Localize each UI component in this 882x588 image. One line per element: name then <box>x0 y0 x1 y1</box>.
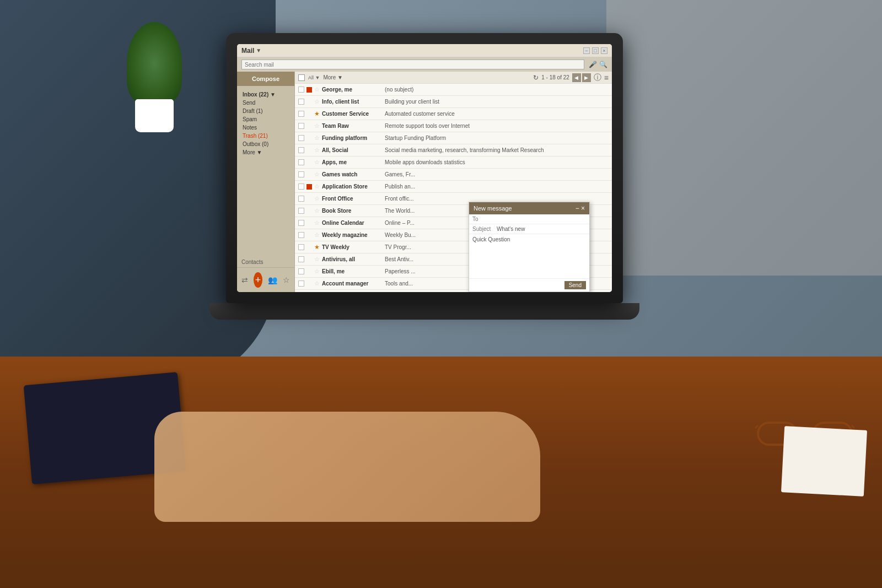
email-subject: Games, Fr... <box>385 171 609 177</box>
compose-button[interactable]: Compose <box>237 72 294 86</box>
email-sender: Funding platform <box>322 135 383 141</box>
email-row[interactable]: ☆ Team Raw Remote support tools over Int… <box>295 120 612 132</box>
email-checkbox[interactable] <box>298 280 304 287</box>
email-checkbox[interactable] <box>298 171 304 177</box>
menu-icon[interactable]: ≡ <box>604 73 609 82</box>
laptop-base <box>209 303 639 320</box>
email-checkbox[interactable] <box>298 196 304 202</box>
main-content: All ▼ More ▼ ↻ 1 - 18 of 22 ◀ ▶ ⓘ <box>295 72 612 292</box>
email-row[interactable]: ☆ Funding platform Startup Funding Platf… <box>295 132 612 144</box>
email-checkbox[interactable] <box>298 268 304 274</box>
popup-subject-field[interactable]: Subject What's new <box>469 224 589 234</box>
email-important-flag <box>306 87 312 93</box>
email-checkbox[interactable] <box>298 99 304 105</box>
email-star[interactable]: ☆ <box>314 86 320 93</box>
email-checkbox[interactable] <box>298 256 304 262</box>
email-star[interactable]: ☆ <box>314 98 320 105</box>
email-checkbox[interactable] <box>298 244 304 250</box>
email-sender: Online Calendar <box>322 220 383 226</box>
sidebar-item-notes[interactable]: Notes <box>240 123 292 132</box>
sidebar-star-icon[interactable]: ☆ <box>283 276 290 284</box>
email-star[interactable]: ☆ <box>314 256 320 263</box>
title-dropdown[interactable]: ▼ <box>256 47 261 53</box>
sidebar-item-draft[interactable]: Draft (1) <box>240 107 292 115</box>
email-checkbox[interactable] <box>298 123 304 129</box>
email-star[interactable]: ☆ <box>314 268 320 275</box>
sidebar-item-trash[interactable]: Trash (21) <box>240 132 292 140</box>
nav-arrows: ◀ ▶ <box>572 73 591 82</box>
email-star[interactable]: ☆ <box>314 159 320 166</box>
refresh-icon[interactable]: ↻ <box>533 74 539 82</box>
email-star[interactable]: ☆ <box>314 219 320 226</box>
prev-page-button[interactable]: ◀ <box>572 73 581 82</box>
email-checkbox[interactable] <box>298 159 304 165</box>
sidebar-item-more[interactable]: More ▼ <box>240 148 292 157</box>
popup-body[interactable]: Quick Question <box>469 234 589 278</box>
sidebar-people-icon[interactable]: 👥 <box>268 276 277 284</box>
email-row[interactable]: ☆ Apps, me Mobile apps downloads statist… <box>295 157 612 169</box>
email-star[interactable]: ☆ <box>314 171 320 178</box>
all-dropdown[interactable]: All ▼ <box>308 75 320 80</box>
email-sender: Weekly magazine <box>322 232 383 238</box>
compose-fab-button[interactable]: + <box>254 272 262 288</box>
email-subject: Publish an... <box>385 184 609 190</box>
title-bar: Mail ▼ − □ × <box>237 44 612 57</box>
email-star[interactable]: ☆ <box>314 183 320 190</box>
email-checkbox[interactable] <box>298 135 304 141</box>
email-row[interactable]: ☆ Application Store Publish an... <box>295 181 612 193</box>
sidebar-actions: ⇄ + 👥 ☆ <box>237 267 294 292</box>
email-star[interactable]: ☆ <box>314 122 320 130</box>
popup-close-button[interactable]: − × <box>576 204 585 212</box>
next-page-button[interactable]: ▶ <box>582 73 591 82</box>
email-star[interactable]: ★ <box>314 110 320 117</box>
sidebar-contacts[interactable]: Contacts <box>237 257 294 267</box>
email-star[interactable]: ☆ <box>314 207 320 214</box>
email-checkbox[interactable] <box>298 87 304 93</box>
search-input[interactable] <box>241 60 584 69</box>
email-sender: Games watch <box>322 171 383 177</box>
email-checkbox[interactable] <box>298 184 304 190</box>
mic-icon[interactable]: 🎤 <box>589 61 597 68</box>
maximize-button[interactable]: □ <box>592 47 599 54</box>
email-star[interactable]: ☆ <box>314 280 320 287</box>
email-star[interactable]: ☆ <box>314 195 320 202</box>
email-sender: Front Office <box>322 196 383 202</box>
email-checkbox[interactable] <box>298 220 304 226</box>
sidebar-item-spam[interactable]: Spam <box>240 115 292 123</box>
plant-pot <box>135 99 174 132</box>
email-star[interactable]: ☆ <box>314 231 320 239</box>
close-button[interactable]: × <box>601 47 607 54</box>
wall-background <box>606 0 882 276</box>
mail-toolbar: All ▼ More ▼ ↻ 1 - 18 of 22 ◀ ▶ ⓘ <box>295 72 612 84</box>
sidebar-item-send[interactable]: Send <box>240 99 292 107</box>
email-row[interactable]: ☆ Games watch Games, Fr... <box>295 169 612 181</box>
email-subject: Building your client list <box>385 99 609 105</box>
more-dropdown[interactable]: More ▼ <box>323 74 342 80</box>
email-row[interactable]: ★ Customer Service Automated customer se… <box>295 108 612 120</box>
email-checkbox[interactable] <box>298 147 304 153</box>
sidebar-item-outbox[interactable]: Outbox (0) <box>240 140 292 148</box>
info-icon[interactable]: ⓘ <box>594 73 601 83</box>
sidebar-item-inbox[interactable]: Inbox (22) ▼ <box>240 90 292 99</box>
app-title: Mail <box>241 47 254 55</box>
email-row[interactable]: ☆ All, Social Social media marketing, re… <box>295 144 612 157</box>
email-checkbox[interactable] <box>298 232 304 238</box>
email-sender: All, Social <box>322 147 383 153</box>
search-icon[interactable]: 🔍 <box>599 61 607 68</box>
email-star[interactable]: ☆ <box>314 147 320 154</box>
popup-to-field[interactable]: To <box>469 214 589 224</box>
plant-leaves <box>127 22 182 105</box>
mail-app: Mail ▼ − □ × 🎤 🔍 <box>237 44 612 292</box>
email-star[interactable]: ★ <box>314 244 320 251</box>
send-button[interactable]: Send <box>564 281 586 289</box>
email-row[interactable]: ☆ George, me (no subject) <box>295 84 612 96</box>
minimize-button[interactable]: − <box>583 47 590 54</box>
email-subject: Automated customer service <box>385 111 609 117</box>
email-checkbox[interactable] <box>298 208 304 214</box>
email-star[interactable]: ☆ <box>314 134 320 142</box>
email-row[interactable]: ☆ Info, client list Building your client… <box>295 96 612 108</box>
sidebar-arrows-icon[interactable]: ⇄ <box>241 276 248 284</box>
laptop: Mail ▼ − □ × 🎤 🔍 <box>209 33 639 364</box>
select-all-checkbox[interactable] <box>298 74 305 81</box>
email-checkbox[interactable] <box>298 111 304 117</box>
